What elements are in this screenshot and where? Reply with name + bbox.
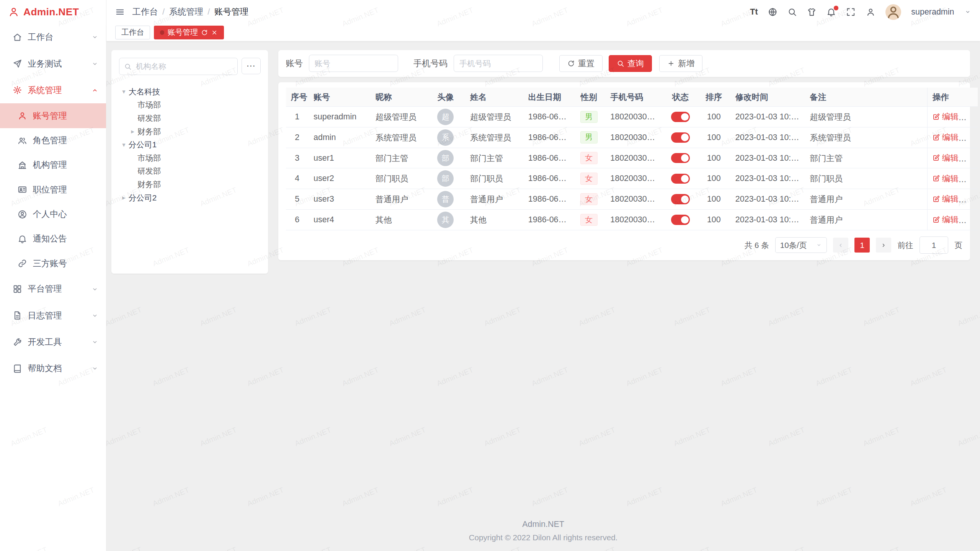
account-management-icon (18, 111, 27, 121)
brand-logo[interactable]: Admin.NET (0, 0, 106, 24)
sidebar-item-third-party-account[interactable]: 三方账号 (0, 251, 106, 276)
tree-node[interactable]: 研发部 (119, 112, 260, 125)
tab-account-management[interactable]: 账号管理 (154, 26, 224, 40)
sidebar-item-role-management[interactable]: 角色管理 (0, 128, 106, 153)
edit-button[interactable]: 编辑 (933, 152, 959, 163)
sidebar-item-system-management[interactable]: 系统管理 (0, 77, 106, 103)
fullscreen-icon[interactable] (846, 7, 856, 17)
column-header: 排序 (697, 88, 730, 107)
add-button[interactable]: 新增 (659, 55, 702, 72)
query-button[interactable]: 查询 (609, 55, 652, 72)
font-size-icon[interactable]: Tt (750, 7, 758, 17)
tab-close-icon[interactable] (211, 29, 218, 36)
tree-node[interactable]: 市场部 (119, 151, 260, 165)
cell-nickname: 其他 (371, 209, 426, 230)
cell-phone: 18020030720 (605, 127, 663, 148)
username[interactable]: superadmin (911, 7, 954, 17)
tree-node[interactable]: 财务部 (119, 178, 260, 191)
row-avatar: 普 (437, 191, 454, 207)
sidebar-item-platform-management[interactable]: 平台管理 (0, 276, 106, 302)
edit-button[interactable]: 编辑 (933, 193, 959, 204)
tree-node[interactable]: 研发部 (119, 165, 260, 178)
breadcrumb-item[interactable]: 工作台 (132, 6, 158, 18)
edit-icon (933, 174, 940, 182)
sidebar-item-personal-center[interactable]: 个人中心 (0, 202, 106, 227)
log-management-icon (13, 311, 22, 320)
page-size-select[interactable]: 10条/页 (775, 237, 827, 253)
tree-node-label: 研发部 (137, 113, 161, 124)
edit-icon (933, 195, 940, 203)
tree-node[interactable]: 市场部 (119, 98, 260, 112)
column-header: 账号 (309, 88, 371, 107)
tree-caret-icon[interactable]: ▾ (119, 88, 129, 95)
sidebar-item-help-docs[interactable]: 帮助文档 (0, 355, 106, 382)
reset-button[interactable]: 重置 (559, 55, 602, 72)
account-filter-input[interactable] (309, 55, 398, 72)
edit-button[interactable]: 编辑 (933, 132, 959, 143)
menu-collapse-icon[interactable] (115, 7, 125, 17)
tab-workbench[interactable]: 工作台 (115, 26, 150, 40)
sidebar-item-label: 三方账号 (33, 258, 67, 269)
user-menu-chevron-icon[interactable] (964, 8, 971, 15)
tree-node-label: 市场部 (137, 153, 161, 163)
tree-caret-icon[interactable]: ▸ (119, 194, 129, 201)
status-toggle[interactable] (671, 194, 690, 204)
tree-more-button[interactable]: ⋯ (242, 58, 260, 74)
breadcrumb-item: 账号管理 (214, 6, 248, 18)
gender-badge: 男 (580, 111, 598, 123)
edit-button[interactable]: 编辑 (933, 214, 959, 225)
tree-caret-icon[interactable]: ▸ (128, 128, 137, 135)
cell-name: 部门主管 (465, 148, 523, 168)
table-header-row: 序号账号昵称头像姓名出生日期性别手机号码状态排序修改时间备注操作 (286, 88, 978, 107)
phone-filter-input[interactable] (454, 55, 543, 72)
status-toggle[interactable] (671, 174, 690, 184)
sidebar-item-label: 业务测试 (28, 58, 62, 70)
next-page-button[interactable] (876, 238, 891, 253)
tree-caret-icon[interactable]: ▾ (119, 141, 129, 148)
sidebar-item-log-management[interactable]: 日志管理 (0, 302, 106, 329)
edit-button[interactable]: 编辑 (933, 111, 959, 122)
sidebar-item-org-management[interactable]: 机构管理 (0, 153, 106, 177)
platform-management-icon (13, 284, 22, 294)
tab-refresh-icon[interactable] (201, 29, 208, 36)
status-toggle[interactable] (671, 132, 690, 142)
edit-button[interactable]: 编辑 (933, 173, 959, 184)
tree-node[interactable]: ▸分公司2 (119, 191, 260, 204)
sidebar-item-workbench[interactable]: 工作台 (0, 24, 106, 51)
globe-icon[interactable] (768, 7, 777, 17)
org-tree-search-row: ⋯ (119, 58, 260, 75)
status-toggle[interactable] (671, 153, 690, 163)
cell-no: 3 (286, 148, 309, 168)
prev-page-button[interactable] (833, 238, 848, 253)
theme-skin-icon[interactable] (807, 7, 817, 17)
goto-page-input[interactable] (920, 236, 948, 254)
breadcrumb-item[interactable]: 系统管理 (169, 6, 203, 18)
profile-layout-icon[interactable] (866, 7, 875, 17)
org-name-input[interactable] (135, 61, 233, 71)
sidebar-item-account-management[interactable]: 账号管理 (0, 103, 106, 128)
sidebar-item-dev-tools[interactable]: 开发工具 (0, 329, 106, 355)
cell-account: superadmin (309, 107, 371, 127)
breadcrumb: 工作台/系统管理/账号管理 (132, 6, 248, 18)
table-row: 4user2部门职员部部门职员1986-06-28女18020030720100… (286, 168, 978, 189)
tree-node[interactable]: ▸财务部 (119, 125, 260, 138)
sidebar-item-notice[interactable]: 通知公告 (0, 227, 106, 251)
notification-bell-icon[interactable] (826, 7, 836, 17)
tree-node[interactable]: ▾大名科技 (119, 85, 260, 98)
user-avatar[interactable] (885, 4, 901, 20)
sidebar-item-label: 角色管理 (33, 135, 67, 146)
status-toggle-knob (681, 175, 689, 183)
status-toggle[interactable] (671, 215, 690, 225)
cell-account: user3 (309, 189, 371, 210)
page-number-button[interactable]: 1 (854, 238, 870, 253)
sidebar-item-business-test[interactable]: 业务测试 (0, 51, 106, 77)
cell-avatar: 其 (426, 209, 465, 230)
sidebar-menu: 工作台业务测试系统管理账号管理角色管理机构管理职位管理个人中心通知公告三方账号平… (0, 24, 106, 551)
status-toggle[interactable] (671, 112, 690, 122)
sidebar-item-position-management[interactable]: 职位管理 (0, 177, 106, 202)
search-icon[interactable] (787, 7, 797, 17)
tree-node[interactable]: ▾分公司1 (119, 138, 260, 152)
chevron-left-icon (837, 242, 844, 249)
account-filter-label: 账号 (286, 58, 303, 69)
cell-gender: 男 (572, 107, 605, 127)
